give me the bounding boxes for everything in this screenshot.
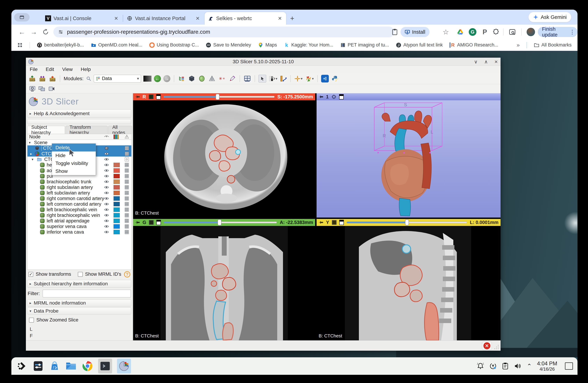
pin-icon[interactable]: [135, 96, 140, 98]
red-slice-slider[interactable]: [164, 96, 274, 98]
tray-expand-chevron[interactable]: ⌃: [527, 363, 532, 369]
apps-grid-icon[interactable]: [17, 42, 22, 48]
dicom-icon[interactable]: DCM: [39, 75, 46, 82]
slice-link-icon[interactable]: [149, 95, 153, 99]
bookmarks-overflow-chevron[interactable]: »: [517, 42, 520, 48]
segment-color-swatch[interactable]: [113, 219, 120, 223]
screenshot-pinwheel-icon[interactable]: ▾: [305, 75, 314, 82]
transform-grid-icon[interactable]: [124, 213, 130, 217]
bookmark-mendeley[interactable]: Save to Mendeley: [206, 42, 251, 48]
window-level-icon[interactable]: ▾: [269, 76, 277, 82]
extensions-puzzle-icon[interactable]: [492, 28, 500, 36]
site-settings-icon[interactable]: [58, 29, 63, 35]
discover-store-icon[interactable]: [49, 360, 60, 372]
show-mrml-ids-checkbox[interactable]: [78, 272, 83, 277]
bookmark-amigo[interactable]: R AMIGO Research...: [450, 42, 498, 48]
tree-row-segment[interactable]: left brachiocephalic vein: [27, 207, 131, 212]
segment-visibility-icon[interactable]: [103, 186, 110, 189]
slice-menu-icon[interactable]: [156, 220, 161, 225]
tab-close-icon[interactable]: ✕: [113, 16, 119, 21]
green-slice-slider[interactable]: [164, 222, 277, 223]
segment-visibility-icon[interactable]: [103, 219, 110, 222]
segment-visibility-icon[interactable]: [103, 192, 110, 194]
python-console-icon[interactable]: [331, 75, 339, 82]
pin-icon[interactable]: [135, 221, 140, 224]
module-history-icon[interactable]: [143, 76, 151, 82]
notifications-bell-icon[interactable]: [477, 362, 484, 370]
segment-visibility-icon[interactable]: [103, 175, 110, 177]
tab-selkies-active[interactable]: Selkies - webrtc ✕: [205, 12, 286, 25]
segment-visibility-icon[interactable]: [103, 225, 110, 228]
threed-canvas[interactable]: S R L: [316, 100, 501, 217]
transform-grid-icon[interactable]: [124, 224, 130, 229]
green-slice-view[interactable]: G A: -22.5383mm: [133, 219, 315, 340]
help-question-icon[interactable]: ?: [124, 271, 130, 277]
transform-grid-icon[interactable]: [124, 196, 130, 201]
yellow-slice-view[interactable]: Y L: 0.0001mm: [316, 219, 501, 340]
resize-grip[interactable]: [494, 345, 499, 350]
segment-visibility-icon[interactable]: [103, 180, 110, 183]
slice-link-icon[interactable]: [332, 220, 336, 225]
tree-row-segment[interactable]: left common carotid artery: [27, 201, 131, 207]
segment-visibility-icon[interactable]: [103, 197, 110, 200]
app-launcher-icon[interactable]: [16, 360, 27, 372]
bookmark-star-icon[interactable]: ☆: [441, 28, 450, 36]
pin-icon[interactable]: [319, 221, 323, 224]
scene-views-icon[interactable]: [39, 86, 45, 92]
crosshair-icon[interactable]: ▾: [294, 75, 303, 82]
markups-icon[interactable]: ✳✳: [218, 75, 226, 82]
segment-color-swatch[interactable]: [113, 196, 120, 201]
segment-visibility-icon[interactable]: [103, 203, 110, 206]
segment-color-swatch[interactable]: [113, 163, 120, 167]
segment-color-swatch[interactable]: [113, 174, 120, 178]
yellow-slice-slider[interactable]: [347, 222, 467, 223]
transform-grid-icon[interactable]: [124, 219, 130, 223]
search-tabs-icon[interactable]: [508, 28, 516, 36]
module-back-icon[interactable]: ←: [154, 75, 161, 82]
menu-view[interactable]: View: [62, 67, 73, 72]
slicer-title-bar[interactable]: 3D Slicer 5.10.0-2025-11-10 ∨ ∧ ×: [26, 58, 501, 66]
view-menu-icon[interactable]: [339, 94, 344, 99]
reload-icon[interactable]: [42, 28, 50, 36]
expand-caret-icon[interactable]: ▾: [29, 140, 31, 145]
transform-grid-icon[interactable]: [124, 146, 130, 151]
annotation-pencil-icon[interactable]: [229, 75, 236, 82]
expand-caret-icon[interactable]: ▾: [32, 157, 33, 161]
segment-color-swatch[interactable]: [113, 179, 120, 184]
capture-video-icon[interactable]: [48, 86, 55, 92]
tree-row-segment[interactable]: right brachiocephalic vein: [27, 212, 131, 218]
filter-input[interactable]: [43, 290, 131, 297]
transform-grid-icon[interactable]: [124, 163, 130, 167]
segment-visibility-icon[interactable]: [103, 231, 110, 233]
transform-column-icon[interactable]: [124, 134, 130, 139]
measurements-ruler-icon[interactable]: [280, 75, 287, 82]
segment-color-swatch[interactable]: [113, 168, 120, 173]
pin-icon[interactable]: [319, 96, 323, 98]
tree-row-segment[interactable]: left subclavian artery: [27, 190, 131, 196]
show-transforms-checkbox[interactable]: ✓: [28, 272, 33, 277]
close-window-icon[interactable]: ×: [494, 58, 498, 65]
segmentation-module-icon[interactable]: [198, 75, 206, 82]
volume-rendering-icon[interactable]: [188, 75, 195, 82]
slice-link-icon[interactable]: [149, 220, 154, 225]
transform-grid-icon[interactable]: [124, 191, 130, 195]
file-manager-icon[interactable]: [65, 360, 77, 372]
show-desktop-button[interactable]: [565, 362, 573, 370]
tab-all-nodes[interactable]: All nodes: [108, 126, 132, 134]
segment-color-swatch[interactable]: [113, 202, 120, 206]
transform-grid-icon[interactable]: [124, 168, 130, 173]
all-bookmarks-button[interactable]: All Bookmarks: [534, 42, 571, 48]
volume-visibility-icon[interactable]: [103, 146, 110, 151]
menu-edit[interactable]: Edit: [46, 67, 54, 72]
expand-caret-icon[interactable]: ▸: [30, 152, 32, 156]
back-icon[interactable]: ←: [18, 28, 26, 36]
finish-update-button[interactable]: Finish update ⋮: [538, 27, 578, 37]
tree-row-segment[interactable]: left atrial appendage: [27, 218, 131, 224]
p-extension-icon[interactable]: P: [481, 28, 489, 36]
transform-grid-icon[interactable]: [124, 179, 130, 184]
bookmark-atypon[interactable]: Atypon full text link: [396, 42, 443, 48]
module-forward-icon[interactable]: →: [163, 75, 170, 82]
new-tab-button[interactable]: +: [288, 14, 296, 22]
color-column-icon[interactable]: [113, 134, 119, 139]
segmentation-visibility-icon[interactable]: [103, 152, 110, 155]
